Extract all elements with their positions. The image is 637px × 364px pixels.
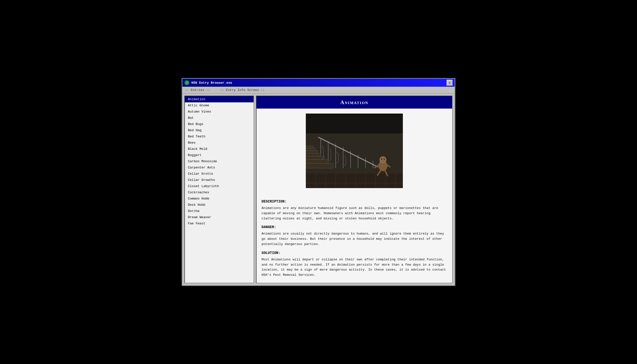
solution-label: SOLUTION: (262, 250, 447, 256)
list-item[interactable]: Bed Bugs (185, 121, 254, 127)
entry-list[interactable]: AnimationAttic GnomeAutumn VinesBatBed B… (185, 96, 254, 283)
app-icon: 🌿 (184, 80, 189, 85)
list-item[interactable]: Cockroaches (185, 189, 254, 196)
main-window: 🌿 HSH Entry Browser.exe ✕ :: Entries :: … (182, 78, 455, 286)
list-item[interactable]: Animation (185, 96, 254, 102)
danger-label: DANGER: (262, 224, 447, 230)
list-item[interactable]: Carpenter Ants (185, 164, 254, 171)
right-panel: Animation (256, 96, 453, 283)
entries-menu-label: :: Entries :: (185, 88, 210, 92)
entry-image (306, 114, 403, 188)
list-item[interactable]: Fae Feast (185, 220, 254, 226)
list-item[interactable]: Common Hobb (185, 196, 254, 202)
content-area: AnimationAttic GnomeAutumn VinesBatBed B… (182, 94, 455, 285)
close-button[interactable]: ✕ (447, 80, 453, 86)
left-panel: AnimationAttic GnomeAutumn VinesBatBed B… (184, 96, 254, 283)
svg-rect-16 (306, 153, 321, 156)
svg-point-21 (379, 156, 386, 163)
list-item[interactable]: Attic Gnome (185, 102, 254, 108)
title-bar: 🌿 HSH Entry Browser.exe ✕ (182, 79, 455, 87)
list-item[interactable]: Closet Labyrinth (185, 183, 254, 189)
window-title: HSH Entry Browser.exe (191, 81, 232, 85)
title-bar-left: 🌿 HSH Entry Browser.exe (184, 80, 232, 85)
list-item[interactable]: Bat (185, 115, 254, 121)
list-item[interactable]: Dream Weaver (185, 214, 254, 220)
description-text: Animations are any miniature humanoid fi… (262, 206, 447, 221)
list-item[interactable]: Autumn Vines (185, 108, 254, 115)
description-label: DESCRIPTION: (262, 199, 447, 204)
list-item[interactable]: Cellar Growths (185, 177, 254, 183)
list-item[interactable]: Black Mold (185, 146, 254, 152)
list-item[interactable]: Desk Hobb (185, 202, 254, 208)
list-item[interactable]: Cellar Grotto (185, 171, 254, 177)
menu-bar: :: Entries :: :: Entry Info Screen :: (182, 87, 455, 94)
svg-point-23 (384, 158, 385, 160)
entry-image-container (257, 108, 452, 193)
list-item[interactable]: Carbon Monoxide (185, 158, 254, 164)
svg-rect-14 (306, 160, 328, 163)
list-item[interactable]: Boggart (185, 152, 254, 158)
list-container: AnimationAttic GnomeAutumn VinesBatBed B… (185, 96, 254, 283)
svg-rect-18 (306, 148, 315, 150)
svg-rect-19 (306, 146, 313, 148)
solution-text: Most Animations will depart or collapse … (262, 257, 447, 278)
list-item[interactable]: Dorcha (185, 208, 254, 214)
list-item[interactable]: Bed Hag (185, 127, 254, 134)
svg-rect-15 (306, 156, 324, 160)
svg-rect-28 (306, 114, 403, 134)
list-item[interactable]: Bed Teeth (185, 134, 254, 140)
list-item[interactable]: Bees (185, 140, 254, 146)
svg-rect-13 (306, 163, 333, 168)
info-menu-label: :: Entry Info Screen :: (220, 88, 265, 92)
svg-point-22 (381, 158, 382, 160)
entry-body: DESCRIPTION: Animations are any miniatur… (257, 193, 452, 283)
danger-text: Animations are usually not directly dang… (262, 231, 447, 247)
entry-header: Animation (257, 96, 452, 108)
svg-rect-17 (306, 150, 318, 153)
